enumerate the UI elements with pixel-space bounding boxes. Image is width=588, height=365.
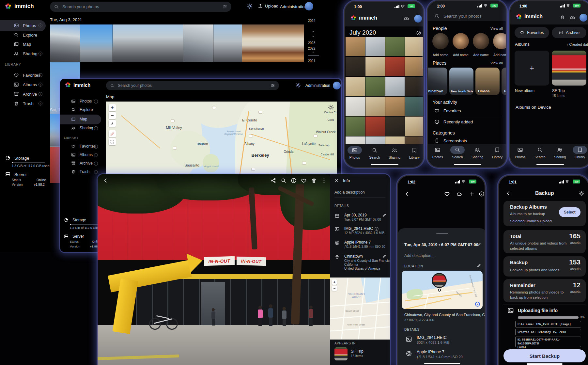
- settings-gear-button[interactable]: [579, 190, 584, 196]
- place-tile[interactable]: Pi: [502, 68, 507, 95]
- select-all-icon[interactable]: [416, 30, 421, 36]
- favorites-button[interactable]: Favorites: [515, 27, 549, 38]
- photo-thumbnail[interactable]: [242, 24, 304, 62]
- sidebar-item-map[interactable]: Map: [71, 117, 87, 121]
- sidebar-item-archive[interactable]: Archive: [14, 91, 37, 97]
- photo-thumbnail[interactable]: [385, 136, 405, 144]
- sheet-drag-handle[interactable]: [436, 233, 448, 234]
- photo-thumbnail[interactable]: [405, 77, 424, 96]
- favorite-button[interactable]: [444, 191, 450, 197]
- info-button[interactable]: [291, 178, 297, 183]
- edit-date-button[interactable]: [477, 242, 481, 246]
- person-face[interactable]: [473, 33, 489, 49]
- administration-button[interactable]: Administration: [280, 4, 307, 9]
- trash-button[interactable]: [560, 15, 565, 20]
- person-face[interactable]: [493, 33, 507, 49]
- person-face[interactable]: [432, 33, 449, 49]
- sidebar-item-explore[interactable]: Explore: [71, 107, 93, 112]
- new-album-tile[interactable]: +: [515, 51, 549, 86]
- add-name-button[interactable]: Add name: [493, 53, 507, 57]
- info-button[interactable]: [479, 191, 485, 197]
- add-name-button[interactable]: Add name: [473, 53, 489, 57]
- archive-button[interactable]: Archive: [552, 27, 586, 38]
- zoom-out-button[interactable]: −: [109, 112, 116, 119]
- add-description-field[interactable]: Add description...: [404, 253, 435, 258]
- zoom-button[interactable]: [281, 178, 286, 183]
- sidebar-item-albums[interactable]: Albums: [71, 152, 93, 157]
- search-input[interactable]: Search your photos: [50, 2, 231, 12]
- sidebar-item-explore[interactable]: Explore: [14, 32, 37, 38]
- album-title[interactable]: SF Trip: [351, 349, 364, 354]
- place-tile[interactable]: Chinatown: [427, 68, 447, 95]
- photo-thumbnail[interactable]: [385, 77, 405, 96]
- photo-thumbnail[interactable]: [346, 97, 365, 116]
- album-tile[interactable]: [552, 51, 586, 86]
- place-tile[interactable]: Near North Side: [449, 68, 473, 95]
- sidebar-item-trash[interactable]: Trash: [71, 169, 89, 174]
- tab-library[interactable]: Library: [570, 146, 588, 159]
- photo-thumbnail[interactable]: [346, 77, 365, 96]
- sidebar-item-sharing[interactable]: Sharing: [71, 126, 93, 130]
- sidebar-item-map[interactable]: Map: [14, 41, 31, 47]
- scrubber-year[interactable]: 2023: [308, 41, 315, 45]
- photo-thumbnail[interactable]: [346, 117, 365, 136]
- fullscreen-button[interactable]: [109, 138, 116, 145]
- theme-toggle-button[interactable]: [296, 83, 301, 88]
- more-options-button[interactable]: [321, 178, 327, 183]
- tab-library[interactable]: Library: [487, 146, 507, 159]
- tab-search[interactable]: Search: [530, 146, 550, 159]
- edit-date-button[interactable]: [382, 213, 387, 217]
- tab-sharing[interactable]: Sharing: [385, 146, 404, 159]
- photo-thumbnail[interactable]: [365, 117, 385, 136]
- scrubber-year[interactable]: 2024: [308, 19, 315, 23]
- sidebar-item-favorites[interactable]: Favorites: [71, 144, 96, 149]
- photo-thumbnail[interactable]: [385, 97, 405, 116]
- scrollbar[interactable]: [423, 51, 424, 69]
- scrubber-handle[interactable]: [308, 55, 319, 56]
- photo-thumbnail[interactable]: [385, 37, 405, 56]
- sort-button[interactable]: ↑ Created date: [566, 42, 588, 46]
- photo-thumbnail[interactable]: [365, 97, 385, 116]
- photo-thumbnail[interactable]: [346, 136, 365, 144]
- back-button[interactable]: [103, 178, 109, 183]
- photo-thumbnail[interactable]: [405, 57, 424, 76]
- upload-cloud-button[interactable]: [456, 191, 462, 197]
- location-map[interactable]: San Francisco Ferry Bld The Em i: [402, 271, 483, 309]
- draw-button[interactable]: [109, 130, 116, 137]
- zoom-in-button[interactable]: +: [109, 104, 116, 111]
- people-view-all[interactable]: View all: [490, 26, 503, 30]
- place-tile[interactable]: Omaha: [475, 68, 500, 95]
- location-mini-map[interactable]: FISHERMAN'S WHARF Beach Street North Poi…: [330, 278, 390, 340]
- tab-photos[interactable]: Photos: [510, 146, 530, 159]
- photo-thumbnail[interactable]: [80, 24, 113, 62]
- backup-cloud-button[interactable]: [570, 14, 576, 20]
- backup-cloud-button[interactable]: [404, 15, 410, 21]
- user-avatar[interactable]: [580, 14, 587, 22]
- person-face[interactable]: [453, 33, 469, 49]
- photo-thumbnail[interactable]: [405, 136, 424, 144]
- tab-search[interactable]: Search: [365, 146, 384, 159]
- zoom-in-button[interactable]: +: [332, 279, 337, 285]
- back-button[interactable]: [404, 191, 410, 197]
- tab-search[interactable]: Search: [448, 146, 467, 159]
- screenshots-item[interactable]: Screenshots: [443, 138, 467, 143]
- edit-location-button[interactable]: [477, 263, 481, 268]
- photo-thumbnail[interactable]: [346, 57, 365, 76]
- sidebar-item-photos[interactable]: Photos: [14, 23, 36, 28]
- sidebar-item-albums[interactable]: Albums: [14, 82, 37, 87]
- photo-thumbnail[interactable]: [113, 24, 183, 62]
- photo-location-marker[interactable]: [432, 273, 447, 288]
- add-name-button[interactable]: Add name: [432, 53, 449, 57]
- add-name-button[interactable]: Add name: [453, 53, 469, 57]
- map-info-icon[interactable]: i: [475, 302, 480, 307]
- places-view-all[interactable]: View all: [490, 61, 503, 65]
- search-input[interactable]: Search your photos: [106, 81, 279, 90]
- user-avatar[interactable]: [305, 2, 313, 10]
- photo-thumbnail[interactable]: [405, 97, 424, 116]
- close-icon[interactable]: [334, 178, 339, 183]
- photo-thumbnail[interactable]: [346, 37, 365, 56]
- photo-thumbnail[interactable]: [50, 147, 60, 183]
- photo-thumbnail[interactable]: [365, 37, 385, 56]
- tab-photos[interactable]: Photos: [345, 146, 364, 159]
- tab-library[interactable]: Library: [405, 146, 424, 159]
